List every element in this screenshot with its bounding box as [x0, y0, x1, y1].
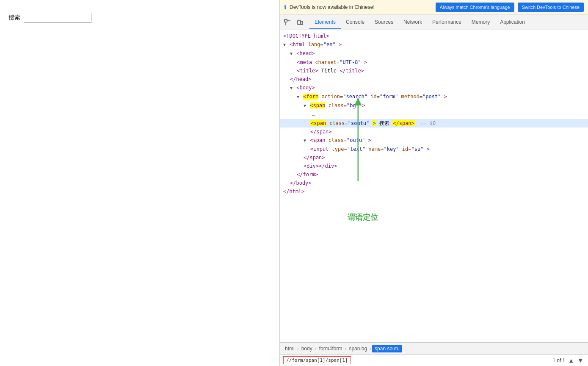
breadcrumb-body[interactable]: body [300, 345, 314, 352]
dom-line[interactable]: <input type="text" name="key" id="su" > [280, 145, 588, 153]
annotation-label: 谓语定位 [348, 212, 378, 222]
devtools-panel: ℹ DevTools is now available in Chinese! … [279, 0, 588, 366]
devtools-notification: ℹ DevTools is now available in Chinese! … [280, 0, 588, 15]
tag-text: <!DOCTYPE html> [283, 33, 329, 39]
dom-line-ellipsis[interactable]: … [280, 110, 588, 119]
nav-down-button[interactable]: ▼ [576, 357, 585, 364]
dom-line[interactable]: <meta charset="UTF-8" > [280, 58, 588, 67]
devtools-tab-bar: Elements Console Sources Network Perform… [280, 15, 588, 30]
tab-console[interactable]: Console [341, 16, 370, 29]
search-label: 搜索 [8, 14, 20, 22]
triangle-icon: ▼ [290, 51, 293, 56]
notification-text: DevTools is now available in Chinese! [290, 4, 432, 10]
triangle-icon: ▼ [304, 103, 306, 108]
dom-line[interactable]: ▼ <html lang="en" > [280, 40, 588, 49]
tab-memory[interactable]: Memory [467, 16, 495, 29]
dom-line[interactable]: <!DOCTYPE html> [280, 32, 588, 40]
dom-line-selected[interactable]: <span class="soutu" > 搜索 </span> == $0 [280, 119, 588, 128]
triangle-icon: ▼ [283, 42, 286, 47]
dom-tree: <!DOCTYPE html> ▼ <html lang="en" > ▼ <h… [280, 30, 588, 342]
tab-sources[interactable]: Sources [370, 16, 398, 29]
dom-line[interactable]: </head> [280, 75, 588, 83]
attr-name: lang [308, 42, 320, 47]
dom-line[interactable]: ▼ <span class="outu" > [280, 136, 588, 145]
breadcrumb-spansoutu[interactable]: span.soutu [372, 345, 402, 352]
dom-line[interactable]: ▼ <head> [280, 49, 588, 58]
dom-line[interactable]: </span> [280, 153, 588, 162]
info-icon: ℹ [284, 4, 286, 11]
xpath-display[interactable]: //form/span[1]/span[1] [283, 356, 351, 364]
svg-rect-3 [298, 20, 301, 25]
breadcrumb-form[interactable]: form#form [317, 345, 344, 352]
inspect-element-icon[interactable] [282, 17, 293, 28]
breadcrumb-html[interactable]: html [283, 345, 296, 352]
dom-line[interactable]: ▼ <body> [280, 83, 588, 92]
dom-line[interactable]: <div></div> [280, 162, 588, 170]
dom-line[interactable]: <title> Title </title> [280, 67, 588, 75]
svg-rect-0 [284, 19, 287, 22]
dom-line[interactable]: ▼ <form action="search" id="form" method… [280, 92, 588, 101]
tab-icon-group [282, 17, 306, 28]
tab-performance[interactable]: Performance [427, 16, 467, 29]
tab-elements[interactable]: Elements [309, 16, 341, 29]
triangle-icon: ▼ [304, 138, 306, 143]
tag-text: <head> [296, 50, 315, 56]
nav-arrows: ▲ ▼ [567, 357, 585, 364]
breadcrumb-spanbg[interactable]: span.bg [347, 345, 369, 352]
match-language-button[interactable]: Always match Chrome's language [436, 3, 514, 12]
tab-application[interactable]: Application [495, 16, 530, 29]
nav-up-button[interactable]: ▲ [567, 357, 575, 364]
dom-line[interactable]: </html> [280, 187, 588, 196]
tag-text: <html [290, 42, 305, 47]
webpage-preview: 搜索 [0, 0, 279, 366]
triangle-icon: ▼ [290, 86, 293, 90]
device-toggle-icon[interactable] [294, 17, 306, 28]
switch-language-button[interactable]: Switch DevTools to Chinese [518, 3, 584, 12]
dom-line[interactable]: ▼ <span class="bg" > [280, 101, 588, 110]
svg-rect-4 [301, 21, 303, 25]
ellipsis-icon[interactable]: … [310, 111, 317, 118]
page-count: 1 of 1 [552, 358, 565, 363]
dom-line[interactable]: </form> [280, 170, 588, 179]
search-form: 搜索 [8, 13, 271, 23]
tab-network[interactable]: Network [398, 16, 427, 29]
bottom-bar: //form/span[1]/span[1] 1 of 1 ▲ ▼ [280, 354, 588, 366]
triangle-icon: ▼ [297, 94, 299, 99]
dom-line[interactable]: </span> [280, 128, 588, 136]
search-input[interactable] [24, 13, 91, 23]
dom-line[interactable]: </body> [280, 179, 588, 187]
breadcrumb-bar: html › body › form#form › span.bg › span… [280, 342, 588, 354]
tag-text: > [339, 42, 342, 47]
